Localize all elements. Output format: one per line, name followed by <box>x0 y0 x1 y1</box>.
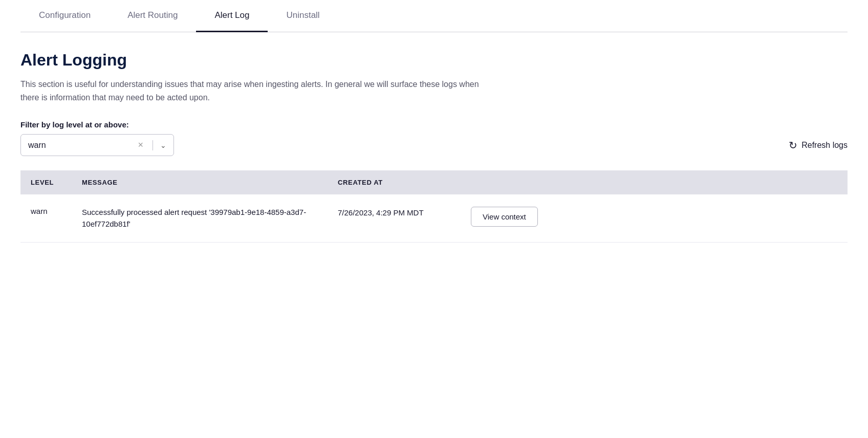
page-title: Alert Logging <box>20 51 848 70</box>
filter-value: warn <box>28 141 132 150</box>
log-message: Successfully processed alert request '39… <box>72 194 328 243</box>
view-context-button[interactable]: View context <box>471 207 538 227</box>
log-table: LEVEL MESSAGE CREATED AT warn Successful… <box>20 170 848 243</box>
table-row: warn Successfully processed alert reques… <box>20 194 848 243</box>
column-header-level: LEVEL <box>20 170 72 194</box>
column-header-created-at: CREATED AT <box>328 170 461 194</box>
log-action-cell: View context <box>461 194 848 243</box>
clear-filter-icon[interactable]: × <box>136 140 145 150</box>
log-level: warn <box>20 194 72 243</box>
log-level-select[interactable]: warn × ⌄ <box>20 134 174 156</box>
filter-label: Filter by log level at or above: <box>20 120 848 129</box>
column-header-action <box>461 170 848 194</box>
refresh-logs-button[interactable]: ↻ Refresh logs <box>789 135 848 156</box>
chevron-down-icon[interactable]: ⌄ <box>160 141 166 149</box>
tab-alert-log[interactable]: Alert Log <box>196 0 268 32</box>
page-container: Configuration Alert Routing Alert Log Un… <box>0 0 868 438</box>
tab-configuration[interactable]: Configuration <box>20 0 109 32</box>
tabs-nav: Configuration Alert Routing Alert Log Un… <box>20 0 848 32</box>
refresh-icon: ↻ <box>789 139 797 151</box>
page-description: This section is useful for understanding… <box>20 78 481 104</box>
column-header-message: MESSAGE <box>72 170 328 194</box>
tab-uninstall[interactable]: Uninstall <box>268 0 338 32</box>
table-header-row: LEVEL MESSAGE CREATED AT <box>20 170 848 194</box>
filter-divider <box>153 140 153 150</box>
tab-alert-routing[interactable]: Alert Routing <box>109 0 196 32</box>
refresh-logs-label: Refresh logs <box>801 141 848 150</box>
main-content: Alert Logging This section is useful for… <box>20 51 848 243</box>
log-created-at: 7/26/2023, 4:29 PM MDT <box>328 194 461 243</box>
filter-row: warn × ⌄ ↻ Refresh logs <box>20 134 848 156</box>
